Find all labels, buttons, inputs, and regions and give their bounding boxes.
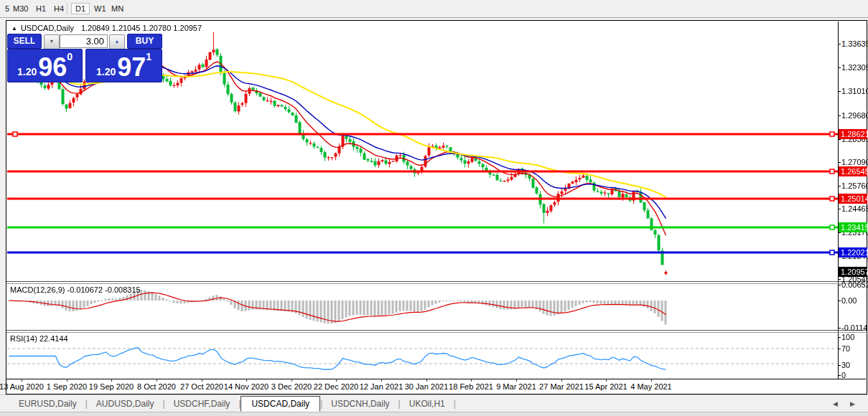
sell-price-prefix: 1.20 <box>17 66 37 77</box>
date-tick <box>111 379 112 382</box>
timeframe-H1[interactable]: H1 <box>33 3 49 14</box>
pane-divider-rsi-top[interactable] <box>6 330 866 331</box>
macd-label: MACD(12,26,9) -0.010672 -0.008315 <box>10 285 141 294</box>
chart-ohlc-values: 1.20849 1.21045 1.20780 1.20957 <box>81 24 202 32</box>
price-axis-label: 1.27090 <box>841 158 868 166</box>
price-tag: 1.26545 <box>839 166 867 176</box>
rsi-indicator-canvas[interactable] <box>7 333 838 378</box>
date-tick <box>202 379 202 382</box>
date-label: 4 May 2021 <box>622 382 680 391</box>
rsi-label: RSI(14) 22.4144 <box>10 334 68 343</box>
timeframe-W1[interactable]: W1 <box>91 3 109 14</box>
price-axis-tick <box>838 232 841 233</box>
rsi-axis-label: 100 <box>841 333 854 341</box>
price-tag: 1.20957 <box>839 267 867 277</box>
date-axis-line <box>6 379 866 379</box>
date-tick <box>22 379 22 382</box>
sell-price-box[interactable]: 1.20960 <box>7 49 83 82</box>
price-axis-tick <box>838 139 841 140</box>
tab-scroll-left-icon[interactable]: ◀ <box>833 400 838 407</box>
triangle-down-icon: ▼ <box>50 39 55 44</box>
chart-tab-AUDUSD[interactable]: AUDUSD,Daily <box>88 397 163 411</box>
rsi-axis-tick <box>838 337 841 338</box>
tab-separator: | <box>454 399 456 409</box>
macd-axis-label: 0.00 <box>841 296 857 305</box>
status-strip <box>0 412 868 416</box>
date-tick <box>426 379 427 382</box>
symbol-triangle-icon: ▲ <box>11 25 17 32</box>
price-axis-label: 1.24465 <box>841 204 868 213</box>
price-axis-label: 1.31010 <box>841 87 868 95</box>
chart-title: ▲USDCAD,Daily1.20849 1.21045 1.20780 1.2… <box>11 24 202 32</box>
chart-tab-EURUSD[interactable]: EURUSD,Daily <box>10 397 85 411</box>
date-tick <box>561 379 562 382</box>
timeframe-H4[interactable]: H4 <box>51 3 67 14</box>
rsi-axis-label: 70 <box>841 344 850 353</box>
rsi-axis-tick <box>838 365 841 366</box>
tab-scroll-right-icon[interactable]: ▶ <box>850 400 855 407</box>
price-tag: 1.23415 <box>839 222 867 232</box>
buy-price-sup: 1 <box>146 51 151 62</box>
price-tag: 1.28621 <box>839 129 867 139</box>
price-axis-label: 1.29680 <box>841 111 868 120</box>
rsi-axis-tick <box>838 349 841 349</box>
triangle-up-icon: ▲ <box>115 39 120 44</box>
price-tag: 1.22021 <box>839 247 867 257</box>
price-axis-tick <box>838 279 841 280</box>
sell-button[interactable]: SELL <box>7 34 42 49</box>
price-axis-tick <box>838 67 841 68</box>
timeframe-M30[interactable]: M30 <box>10 3 31 14</box>
volume-up-button[interactable]: ▲ <box>109 34 125 49</box>
timeframe-MN[interactable]: MN <box>108 3 126 14</box>
date-tick <box>246 379 247 382</box>
sell-price-big: 96 <box>38 55 67 80</box>
price-axis-tick <box>838 162 841 163</box>
buy-price-big: 97 <box>117 55 146 80</box>
date-tick <box>651 379 652 382</box>
chart-tab-UKOil[interactable]: UKOil,H1 <box>401 397 454 411</box>
toolbar-separator <box>67 2 67 15</box>
chart-tab-USDCAD[interactable]: USDCAD,Daily <box>241 396 320 412</box>
chart-tab-bar: ◀ ▶ EURUSD,Daily|AUDUSD,Daily|USDCHF,Dai… <box>0 394 868 412</box>
volume-down-button[interactable]: ▼ <box>44 34 60 49</box>
buy-price-box[interactable]: 1.20971 <box>85 49 162 82</box>
chart-tab-USDCNH[interactable]: USDCNH,Daily <box>322 397 398 411</box>
volume-input[interactable] <box>60 34 108 48</box>
macd-axis-tick <box>838 285 841 285</box>
buy-button[interactable]: BUY <box>127 34 162 49</box>
buy-price-prefix: 1.20 <box>96 66 116 77</box>
price-axis-tick <box>838 91 841 92</box>
pane-divider-rsi-top2 <box>6 332 866 333</box>
macd-axis-tick <box>838 328 841 328</box>
price-tag: 1.25014 <box>839 194 867 204</box>
rsi-axis-label: 30 <box>841 361 850 369</box>
macd-axis-label: 0.006521 <box>841 280 868 289</box>
price-axis-label: 1.25760 <box>841 181 868 190</box>
timeframe-bar: 5M30H1H4D1W1MN <box>0 0 868 18</box>
pane-divider-macd-top2 <box>6 283 866 284</box>
date-tick <box>291 379 292 382</box>
rsi-axis-tick <box>838 375 841 376</box>
price-axis-tick <box>838 115 841 116</box>
mt4-terminal: 5M30H1H4D1W1MN ▲USDCAD,Daily1.20849 1.21… <box>0 0 868 416</box>
chart-symbol: USDCAD,Daily <box>21 24 74 32</box>
timeframe-D1[interactable]: D1 <box>71 3 90 14</box>
price-axis-tick <box>838 186 841 186</box>
macd-axis-tick <box>838 301 841 301</box>
price-axis-label: 1.32305 <box>841 63 868 72</box>
date-tick <box>157 379 157 382</box>
pane-divider-macd-top[interactable] <box>6 281 866 282</box>
rsi-axis-label: 0 <box>841 371 846 379</box>
price-axis-tick <box>838 209 841 209</box>
sell-price-sup: 0 <box>67 51 73 62</box>
date-tick <box>336 379 337 382</box>
price-axis-tick <box>838 44 841 44</box>
chart-tab-USDCHF[interactable]: USDCHF,Daily <box>165 397 239 411</box>
date-tick <box>516 379 517 382</box>
date-tick <box>606 379 607 382</box>
price-axis-label: 1.33635 <box>841 39 868 48</box>
macd-axis-label: -0.01149 <box>841 323 868 332</box>
date-tick <box>67 379 67 382</box>
date-tick <box>381 379 382 382</box>
one-click-trading-panel: SELL ▼ ▲ BUY 1.20960 1.20971 <box>7 32 163 80</box>
